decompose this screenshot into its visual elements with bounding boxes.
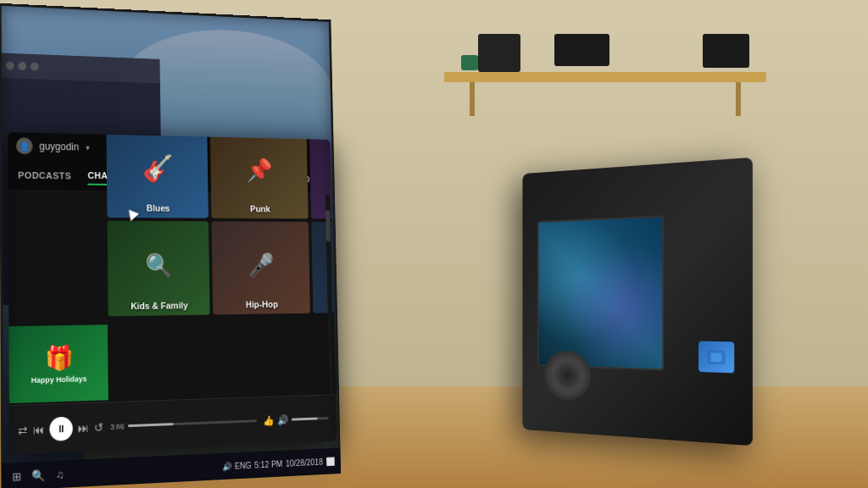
shelf-item-2 [554,34,609,66]
pc-fan [545,350,591,401]
shelf-item-1 [478,34,520,72]
blues-icon: 🎸 [142,152,173,184]
svg-rect-1 [711,352,722,362]
kids-icon: 🔍 [145,252,173,279]
current-time: 3:66 [110,422,125,431]
taskbar-show-desktop[interactable]: ⬜ [326,457,335,466]
genre-tile-hiphop[interactable]: 🎤 Hip-Hop [212,221,310,314]
taskbar-date: 10/28/2018 [286,457,323,468]
volume-bar[interactable] [292,417,329,421]
pc-case [522,158,752,446]
dropdown-icon: ▾ [86,142,90,152]
blues-label: Blues [147,203,170,214]
spotify-content: 🎁 Happy Holidays 🎸 Blues 📌 Punk [8,191,336,403]
taskbar-left: ⊞ 🔍 ♫ [8,465,68,485]
genre-grid: 🎸 Blues 📌 Punk ⭐ Funk [102,132,337,321]
shelf-item-small [461,55,478,70]
spotify-title-left: 👤 guygodin ▾ [16,137,90,155]
window-dot-1 [6,61,14,69]
shuffle-button[interactable]: ⇄ [18,423,28,437]
play-pause-button[interactable]: ⏸ [49,416,73,441]
progress-bar-background[interactable] [127,419,257,427]
taskbar-volume-icon[interactable]: 🔊 [222,462,231,471]
hiphop-label: Hip-Hop [246,299,278,309]
kids-label: Kids & Family [131,300,188,311]
window-dot-3 [31,63,39,71]
scrollbar-thumb[interactable] [326,210,331,241]
prev-button[interactable]: ⏮ [33,422,45,436]
nav-podcasts[interactable]: PODCASTS [18,166,71,184]
playback-controls: ⇄ ⏮ ⏸ ⏭ ↺ [18,415,104,442]
system-tray: 🔊 ENG 5:12 PM 10/28/2018 ⬜ [222,457,335,471]
shelf-item-3 [703,34,749,68]
taskbar-icon-search[interactable]: 🔍 [30,466,47,484]
spotify-window: 👤 guygodin ▾ — □ ✕ PODCASTS CHARTS GENRE… [8,132,337,455]
pc-circuit-board [539,217,663,369]
username-label: guygodin [39,141,79,153]
progress-area: 3:66 [110,417,257,430]
shelf [444,72,766,82]
taskbar-network-icon: ENG [235,460,252,470]
taskbar-clock: 5:12 PM [254,459,282,469]
genre-tile-kids[interactable]: 🔍 Kids & Family [108,221,210,317]
happy-holidays-tile[interactable]: 🎁 Happy Holidays [8,324,108,403]
happy-holidays-label: Happy Holidays [31,374,87,385]
next-button[interactable]: ⏭ [77,420,89,435]
holiday-gift-icon: 🎁 [44,343,73,372]
punk-icon: 📌 [246,157,272,183]
pc-window [537,215,665,370]
genre-tile-punk[interactable]: 📌 Punk [210,132,309,219]
hiphop-icon: 🎤 [248,252,275,278]
volume-area: 👍 🔊 [263,413,329,426]
volume-fill [292,418,318,421]
punk-label: Punk [250,204,270,214]
genre-tile-blues[interactable]: 🎸 Blues [106,132,208,218]
window-dot-2 [18,62,26,70]
taskbar-right: 🔊 ENG 5:12 PM 10/28/2018 ⬜ [222,457,335,471]
taskbar-icon-1[interactable]: ⊞ [8,468,25,485]
taskbar-icon-app[interactable]: ♫ [52,465,69,483]
monitor-screen: 👤 guygodin ▾ — □ ✕ PODCASTS CHARTS GENRE… [0,3,341,488]
thumbs-up-icon[interactable]: 👍 [263,414,275,426]
volume-icon[interactable]: 🔊 [277,414,289,426]
progress-bar-fill [127,423,173,427]
pc-logo [698,341,734,374]
repeat-button[interactable]: ↺ [94,420,104,434]
user-avatar: 👤 [16,137,33,154]
